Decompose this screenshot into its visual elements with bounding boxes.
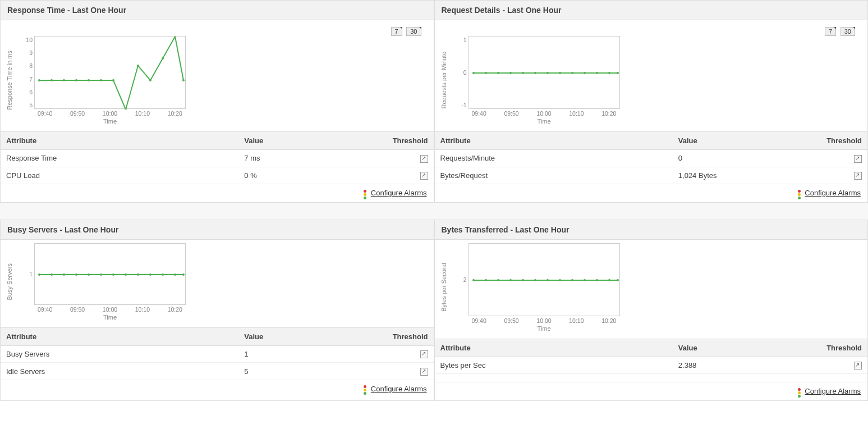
- svg-point-20: [559, 72, 561, 74]
- y-axis-label: Response Time in ms: [6, 51, 13, 110]
- y-axis-label: Requests per Minute: [440, 52, 447, 109]
- svg-point-45: [546, 279, 549, 281]
- panel-title: Bytes Transferred - Last One Hour: [435, 220, 868, 240]
- svg-point-21: [571, 72, 573, 74]
- col-threshold: Threshold: [802, 132, 867, 150]
- svg-point-30: [88, 273, 90, 276]
- x-axis-label: Time: [469, 118, 620, 125]
- svg-point-35: [149, 273, 151, 276]
- svg-point-49: [596, 279, 598, 281]
- svg-point-29: [75, 273, 77, 276]
- svg-point-26: [38, 273, 40, 276]
- svg-point-17: [522, 72, 524, 74]
- svg-point-27: [50, 273, 53, 276]
- svg-point-43: [522, 279, 524, 281]
- col-value: Value: [673, 132, 802, 150]
- col-attribute: Attribute: [1, 327, 238, 345]
- svg-point-41: [497, 279, 499, 281]
- table-row: [435, 374, 868, 382]
- configure-alarms-link[interactable]: Configure Alarms: [371, 385, 427, 393]
- svg-point-12: [182, 79, 185, 81]
- svg-point-9: [149, 79, 151, 81]
- response-time-chart: [35, 37, 186, 110]
- range-7-button[interactable]: 7: [391, 27, 402, 36]
- svg-point-42: [509, 279, 512, 281]
- col-threshold: Threshold: [802, 339, 867, 357]
- svg-point-8: [137, 65, 139, 67]
- busy-servers-chart: [35, 244, 186, 305]
- svg-point-19: [546, 72, 549, 74]
- col-threshold: Threshold: [369, 327, 434, 345]
- svg-point-10: [162, 57, 164, 60]
- col-attribute: Attribute: [435, 339, 673, 357]
- svg-point-3: [75, 79, 77, 81]
- svg-point-31: [100, 273, 102, 276]
- table-row: Response Time7 ms: [1, 150, 434, 167]
- svg-point-4: [88, 79, 90, 81]
- svg-point-22: [584, 72, 586, 74]
- attribute-table: AttributeValueThreshold Response Time7 m…: [1, 131, 434, 184]
- threshold-icon[interactable]: [854, 172, 862, 180]
- svg-point-39: [472, 279, 475, 281]
- traffic-light-icon: [797, 388, 801, 396]
- col-attribute: Attribute: [1, 132, 238, 150]
- request-chart: [469, 37, 621, 110]
- panel-response-time: Response Time - Last One Hour 7 30 Respo…: [0, 0, 434, 203]
- svg-point-25: [617, 72, 619, 74]
- panel-request-details: Request Details - Last One Hour 7 30 Req…: [434, 0, 869, 203]
- svg-point-46: [559, 279, 561, 281]
- range-7-button[interactable]: 7: [825, 27, 836, 36]
- threshold-icon[interactable]: [420, 368, 428, 376]
- configure-alarms-link[interactable]: Configure Alarms: [805, 189, 861, 197]
- y-axis-label: Busy Servers: [6, 263, 13, 300]
- svg-point-13: [472, 72, 475, 74]
- col-threshold: Threshold: [369, 132, 434, 150]
- table-row: Busy Servers1: [1, 345, 434, 363]
- attribute-table: AttributeValueThreshold Requests/Minute0…: [435, 131, 868, 184]
- y-axis-label: Bytes per Second: [440, 263, 447, 312]
- x-axis-label: Time: [34, 118, 186, 125]
- svg-point-15: [497, 72, 499, 74]
- svg-point-32: [112, 273, 114, 276]
- x-axis-label: Time: [34, 314, 186, 321]
- panel-busy-servers: Busy Servers - Last One Hour Busy Server…: [0, 220, 434, 401]
- svg-point-37: [174, 273, 176, 276]
- range-30-button[interactable]: 30: [406, 27, 421, 36]
- svg-point-2: [63, 79, 65, 81]
- table-row: Bytes per Sec2.388: [435, 357, 868, 374]
- traffic-light-icon: [363, 190, 368, 198]
- panel-title: Request Details - Last One Hour: [435, 1, 868, 20]
- svg-point-6: [112, 79, 114, 81]
- range-30-button[interactable]: 30: [841, 27, 855, 36]
- threshold-icon[interactable]: [854, 155, 862, 163]
- panel-bytes-transferred: Bytes Transferred - Last One Hour Bytes …: [434, 220, 869, 401]
- svg-point-18: [534, 72, 536, 74]
- svg-point-47: [571, 279, 573, 281]
- threshold-icon[interactable]: [854, 362, 862, 370]
- svg-point-38: [182, 273, 185, 276]
- threshold-icon[interactable]: [420, 350, 428, 358]
- threshold-icon[interactable]: [420, 155, 428, 163]
- svg-point-36: [162, 273, 164, 276]
- attribute-table: AttributeValueThreshold Bytes per Sec2.3…: [435, 339, 868, 383]
- threshold-icon[interactable]: [420, 172, 428, 180]
- configure-alarms-link[interactable]: Configure Alarms: [371, 189, 427, 197]
- svg-point-40: [485, 279, 487, 281]
- configure-alarms-link[interactable]: Configure Alarms: [805, 387, 861, 395]
- svg-point-28: [63, 273, 65, 276]
- col-value: Value: [673, 339, 802, 357]
- svg-point-48: [584, 279, 586, 281]
- svg-point-44: [534, 279, 536, 281]
- svg-point-50: [608, 279, 610, 281]
- table-row: Idle Servers5: [1, 363, 434, 380]
- attribute-table: AttributeValueThreshold Busy Servers1 Id…: [1, 327, 434, 380]
- svg-point-51: [617, 279, 619, 281]
- svg-point-23: [596, 72, 598, 74]
- svg-point-16: [509, 72, 512, 74]
- col-attribute: Attribute: [435, 132, 673, 150]
- svg-point-34: [137, 273, 139, 276]
- svg-point-0: [38, 79, 40, 81]
- bytes-chart: [469, 244, 621, 317]
- table-row: CPU Load0 %: [1, 167, 434, 184]
- svg-point-14: [485, 72, 487, 74]
